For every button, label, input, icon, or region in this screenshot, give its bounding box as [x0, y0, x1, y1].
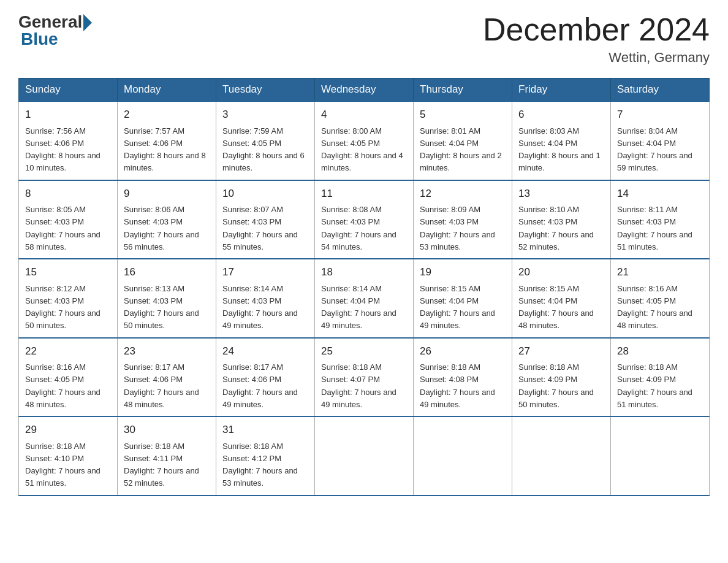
day-info: Sunrise: 8:04 AMSunset: 4:04 PMDaylight:… — [617, 126, 692, 173]
day-number: 4 — [321, 107, 407, 123]
day-info: Sunrise: 8:05 AMSunset: 4:03 PMDaylight:… — [25, 205, 100, 251]
logo: General Blue — [18, 12, 92, 49]
day-info: Sunrise: 8:18 AMSunset: 4:09 PMDaylight:… — [518, 362, 594, 409]
header-thursday: Thursday — [414, 79, 512, 102]
month-title: December 2024 — [483, 12, 710, 47]
day-number: 11 — [321, 186, 407, 202]
table-row: 5 Sunrise: 8:01 AMSunset: 4:04 PMDayligh… — [414, 101, 512, 180]
table-row — [512, 416, 611, 496]
week-row-5: 29 Sunrise: 8:18 AMSunset: 4:10 PMDaylig… — [19, 416, 710, 496]
day-number: 14 — [617, 186, 703, 202]
location-label: Wettin, Germany — [483, 50, 710, 66]
day-number: 10 — [222, 186, 308, 202]
table-row: 24 Sunrise: 8:17 AMSunset: 4:06 PMDaylig… — [216, 338, 315, 417]
table-row: 10 Sunrise: 8:07 AMSunset: 4:03 PMDaylig… — [216, 180, 315, 259]
table-row: 18 Sunrise: 8:14 AMSunset: 4:04 PMDaylig… — [315, 259, 414, 338]
table-row: 25 Sunrise: 8:18 AMSunset: 4:07 PMDaylig… — [315, 338, 414, 417]
header-wednesday: Wednesday — [315, 79, 414, 102]
table-row — [611, 416, 710, 496]
day-info: Sunrise: 8:03 AMSunset: 4:04 PMDaylight:… — [518, 126, 601, 173]
header-tuesday: Tuesday — [216, 79, 315, 102]
day-number: 16 — [124, 264, 210, 280]
day-info: Sunrise: 8:14 AMSunset: 4:04 PMDaylight:… — [321, 284, 396, 331]
table-row: 31 Sunrise: 8:18 AMSunset: 4:12 PMDaylig… — [216, 416, 315, 496]
day-info: Sunrise: 8:15 AMSunset: 4:04 PMDaylight:… — [420, 284, 495, 331]
table-row: 9 Sunrise: 8:06 AMSunset: 4:03 PMDayligh… — [118, 180, 216, 259]
day-info: Sunrise: 8:14 AMSunset: 4:03 PMDaylight:… — [222, 284, 298, 331]
logo-arrow-icon — [83, 14, 92, 31]
day-info: Sunrise: 7:56 AMSunset: 4:06 PMDaylight:… — [25, 126, 100, 173]
header-sunday: Sunday — [19, 79, 118, 102]
day-number: 15 — [25, 264, 111, 280]
table-row: 14 Sunrise: 8:11 AMSunset: 4:03 PMDaylig… — [611, 180, 710, 259]
day-info: Sunrise: 8:11 AMSunset: 4:03 PMDaylight:… — [617, 205, 692, 251]
day-number: 7 — [617, 107, 703, 123]
day-number: 3 — [222, 107, 308, 123]
header-friday: Friday — [512, 79, 611, 102]
day-info: Sunrise: 8:18 AMSunset: 4:07 PMDaylight:… — [321, 362, 396, 409]
day-info: Sunrise: 7:57 AMSunset: 4:06 PMDaylight:… — [124, 126, 206, 173]
day-number: 8 — [25, 186, 111, 202]
day-info: Sunrise: 8:18 AMSunset: 4:10 PMDaylight:… — [25, 442, 100, 488]
table-row: 27 Sunrise: 8:18 AMSunset: 4:09 PMDaylig… — [512, 338, 611, 417]
table-row: 29 Sunrise: 8:18 AMSunset: 4:10 PMDaylig… — [19, 416, 118, 496]
table-row: 17 Sunrise: 8:14 AMSunset: 4:03 PMDaylig… — [216, 259, 315, 338]
day-info: Sunrise: 8:16 AMSunset: 4:05 PMDaylight:… — [25, 362, 100, 409]
table-row: 2 Sunrise: 7:57 AMSunset: 4:06 PMDayligh… — [118, 101, 216, 180]
table-row: 4 Sunrise: 8:00 AMSunset: 4:05 PMDayligh… — [315, 101, 414, 180]
table-row — [315, 416, 414, 496]
table-row: 21 Sunrise: 8:16 AMSunset: 4:05 PMDaylig… — [611, 259, 710, 338]
day-number: 29 — [25, 422, 111, 438]
day-number: 27 — [518, 343, 604, 359]
day-number: 2 — [124, 107, 210, 123]
day-info: Sunrise: 8:07 AMSunset: 4:03 PMDaylight:… — [222, 205, 298, 251]
title-section: December 2024 Wettin, Germany — [483, 12, 710, 66]
day-info: Sunrise: 8:18 AMSunset: 4:09 PMDaylight:… — [617, 362, 692, 409]
day-info: Sunrise: 8:18 AMSunset: 4:11 PMDaylight:… — [124, 442, 199, 488]
day-number: 19 — [420, 264, 506, 280]
day-info: Sunrise: 8:13 AMSunset: 4:03 PMDaylight:… — [124, 284, 199, 331]
day-number: 26 — [420, 343, 506, 359]
day-number: 22 — [25, 343, 111, 359]
page-header: General Blue December 2024 Wettin, Germa… — [18, 12, 710, 66]
day-info: Sunrise: 8:00 AMSunset: 4:05 PMDaylight:… — [321, 126, 403, 173]
week-row-4: 22 Sunrise: 8:16 AMSunset: 4:05 PMDaylig… — [19, 338, 710, 417]
calendar-table: Sunday Monday Tuesday Wednesday Thursday… — [18, 78, 710, 496]
day-number: 17 — [222, 264, 308, 280]
table-row: 26 Sunrise: 8:18 AMSunset: 4:08 PMDaylig… — [414, 338, 512, 417]
logo-blue-text: Blue — [18, 29, 58, 49]
table-row: 11 Sunrise: 8:08 AMSunset: 4:03 PMDaylig… — [315, 180, 414, 259]
day-number: 23 — [124, 343, 210, 359]
day-number: 9 — [124, 186, 210, 202]
day-number: 28 — [617, 343, 703, 359]
table-row: 20 Sunrise: 8:15 AMSunset: 4:04 PMDaylig… — [512, 259, 611, 338]
day-info: Sunrise: 8:16 AMSunset: 4:05 PMDaylight:… — [617, 284, 692, 331]
day-number: 24 — [222, 343, 308, 359]
day-info: Sunrise: 8:18 AMSunset: 4:08 PMDaylight:… — [420, 362, 495, 409]
day-number: 25 — [321, 343, 407, 359]
table-row: 30 Sunrise: 8:18 AMSunset: 4:11 PMDaylig… — [118, 416, 216, 496]
table-row: 7 Sunrise: 8:04 AMSunset: 4:04 PMDayligh… — [611, 101, 710, 180]
table-row: 3 Sunrise: 7:59 AMSunset: 4:05 PMDayligh… — [216, 101, 315, 180]
day-number: 13 — [518, 186, 604, 202]
day-number: 5 — [420, 107, 506, 123]
header-saturday: Saturday — [611, 79, 710, 102]
day-number: 18 — [321, 264, 407, 280]
table-row: 6 Sunrise: 8:03 AMSunset: 4:04 PMDayligh… — [512, 101, 611, 180]
day-info: Sunrise: 8:01 AMSunset: 4:04 PMDaylight:… — [420, 126, 502, 173]
day-number: 6 — [518, 107, 604, 123]
table-row: 15 Sunrise: 8:12 AMSunset: 4:03 PMDaylig… — [19, 259, 118, 338]
day-info: Sunrise: 8:10 AMSunset: 4:03 PMDaylight:… — [518, 205, 594, 251]
week-row-3: 15 Sunrise: 8:12 AMSunset: 4:03 PMDaylig… — [19, 259, 710, 338]
day-number: 20 — [518, 264, 604, 280]
week-row-2: 8 Sunrise: 8:05 AMSunset: 4:03 PMDayligh… — [19, 180, 710, 259]
day-info: Sunrise: 8:15 AMSunset: 4:04 PMDaylight:… — [518, 284, 594, 331]
day-number: 31 — [222, 422, 308, 438]
weekday-header-row: Sunday Monday Tuesday Wednesday Thursday… — [19, 79, 710, 102]
day-number: 30 — [124, 422, 210, 438]
day-info: Sunrise: 8:06 AMSunset: 4:03 PMDaylight:… — [124, 205, 199, 251]
day-number: 12 — [420, 186, 506, 202]
table-row: 23 Sunrise: 8:17 AMSunset: 4:06 PMDaylig… — [118, 338, 216, 417]
day-info: Sunrise: 8:17 AMSunset: 4:06 PMDaylight:… — [124, 362, 199, 409]
day-info: Sunrise: 8:09 AMSunset: 4:03 PMDaylight:… — [420, 205, 495, 251]
